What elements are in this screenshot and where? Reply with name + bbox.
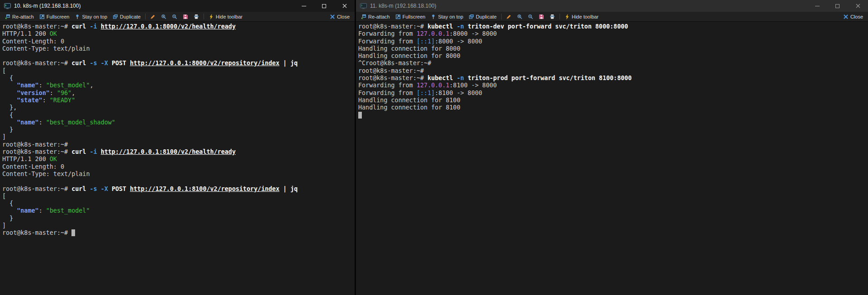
zoom-out-icon bbox=[172, 14, 177, 19]
terminal-text: Content-Type: text/plain bbox=[2, 45, 90, 52]
terminal-text: root@k8s-master:~# bbox=[2, 141, 68, 148]
close-icon bbox=[342, 4, 347, 8]
terminal-output-left[interactable]: root@k8s-master:~# curl -i http://127.0.… bbox=[0, 22, 355, 295]
zoom-out-button[interactable] bbox=[525, 12, 536, 21]
titlebar-right[interactable]: 11. k8s-m (192.168.18.100) bbox=[356, 0, 868, 12]
maximize-button[interactable] bbox=[314, 0, 334, 12]
terminal-line: { bbox=[2, 200, 354, 207]
toolbar-close-button[interactable]: Close bbox=[840, 12, 866, 21]
close-icon bbox=[330, 14, 335, 19]
stay-on-top-button[interactable]: Stay on top bbox=[72, 12, 110, 21]
terminal-text: "best_model_shadow" bbox=[46, 119, 115, 126]
lightning-icon bbox=[209, 14, 214, 19]
reattach-icon bbox=[5, 14, 10, 19]
close-button[interactable] bbox=[848, 0, 868, 12]
duplicate-label: Duplicate bbox=[120, 14, 141, 19]
save-button[interactable] bbox=[536, 12, 547, 21]
toolbar-separator bbox=[501, 14, 502, 19]
terminal-text: Handling connection for 8000 bbox=[358, 45, 460, 52]
edit-button[interactable] bbox=[503, 12, 514, 21]
terminal-line: root@k8s-master:~# curl -i http://127.0.… bbox=[2, 23, 354, 30]
terminal-text: root@k8s-master:~# bbox=[358, 23, 427, 30]
minimize-icon bbox=[815, 6, 820, 6]
duplicate-button[interactable]: Duplicate bbox=[110, 12, 143, 21]
terminal-text: Forwarding from bbox=[358, 38, 417, 45]
terminal-line: root@k8s-master:~# bbox=[2, 141, 354, 148]
terminal-text: Forwarding from bbox=[358, 30, 417, 37]
fullscreen-label: Fullscreen bbox=[403, 14, 426, 19]
terminal-line: HTTP/1.1 200 OK bbox=[2, 156, 354, 163]
terminal-text: curl bbox=[71, 186, 90, 192]
toolbar-close-button[interactable]: Close bbox=[327, 12, 352, 21]
reattach-button[interactable]: Re-attach bbox=[2, 12, 37, 21]
terminal-text: , bbox=[90, 82, 94, 89]
terminal-line: HTTP/1.1 200 OK bbox=[2, 30, 354, 38]
terminal-text: } bbox=[2, 215, 13, 222]
close-icon bbox=[856, 4, 860, 8]
terminal-text: kubectl bbox=[427, 23, 457, 30]
duplicate-button[interactable]: Duplicate bbox=[466, 12, 499, 21]
close-button[interactable] bbox=[334, 0, 355, 12]
save-icon bbox=[183, 14, 188, 19]
printer-icon bbox=[550, 14, 555, 19]
terminal-text: ^Croot@k8s-master:~# bbox=[358, 60, 431, 67]
terminal-output-right[interactable]: root@k8s-master:~# kubectl -n triton-dev… bbox=[356, 22, 868, 295]
stay-on-top-button[interactable]: Stay on top bbox=[428, 12, 466, 21]
terminal-text: root@k8s-master:~# bbox=[358, 75, 427, 81]
toolbar-separator bbox=[145, 14, 146, 19]
edit-button[interactable] bbox=[147, 12, 158, 21]
terminal-text: { bbox=[2, 200, 13, 207]
fullscreen-icon bbox=[395, 14, 401, 19]
terminal-text: HTTP/1.1 200 bbox=[2, 30, 50, 37]
fullscreen-label: Fullscreen bbox=[47, 14, 70, 19]
terminal-text bbox=[2, 207, 17, 214]
terminal-line: Forwarding from 127.0.0.1:8100 -> 8000 bbox=[358, 82, 867, 89]
fullscreen-button[interactable]: Fullscreen bbox=[37, 12, 72, 21]
terminal-text: : bbox=[50, 90, 57, 96]
stay-on-top-label: Stay on top bbox=[438, 14, 463, 19]
titlebar-left[interactable]: 10. k8s-m (192.168.18.100) bbox=[0, 0, 355, 12]
terminal-text: "name" bbox=[17, 119, 38, 126]
terminal-line: Handling connection for 8000 bbox=[358, 52, 867, 60]
terminal-line: root@k8s-master:~# curl -s -X POST http:… bbox=[2, 60, 354, 67]
hide-toolbar-button[interactable]: Hide toolbar bbox=[206, 12, 245, 21]
terminal-line: } bbox=[2, 126, 354, 133]
zoom-out-button[interactable] bbox=[169, 12, 180, 21]
maximize-icon bbox=[835, 4, 840, 8]
terminal-line: root@k8s-master:~# kubectl -n triton-dev… bbox=[358, 23, 867, 30]
zoom-in-button[interactable] bbox=[514, 12, 525, 21]
terminal-text: POST bbox=[112, 186, 130, 192]
terminal-text: Handling connection for 8000 bbox=[358, 52, 460, 59]
print-button[interactable] bbox=[547, 12, 558, 21]
terminal-text: OK bbox=[50, 156, 57, 162]
window-controls bbox=[807, 0, 868, 12]
print-button[interactable] bbox=[191, 12, 202, 21]
terminal-text: :8000 -> 8000 bbox=[435, 38, 482, 45]
terminal-text: ] bbox=[2, 222, 6, 229]
terminal-line: Content-Type: text/plain bbox=[2, 171, 354, 178]
terminal-text: }, bbox=[2, 104, 17, 111]
terminal-text: [::1] bbox=[417, 90, 435, 96]
terminal-line: "state": "READY" bbox=[2, 97, 354, 104]
zoom-in-button[interactable] bbox=[158, 12, 169, 21]
terminal-line: root@k8s-master:~# curl -i http://127.0.… bbox=[2, 148, 354, 156]
minimize-button[interactable] bbox=[807, 0, 827, 12]
lightning-icon bbox=[564, 14, 570, 19]
maximize-button[interactable] bbox=[827, 0, 848, 12]
terminal-line: root@k8s-master:~# bbox=[2, 229, 354, 237]
terminal-text: :8000 -> 8000 bbox=[450, 30, 497, 37]
hide-toolbar-button[interactable]: Hide toolbar bbox=[562, 12, 601, 21]
pencil-icon bbox=[506, 14, 512, 19]
terminal-text: Forwarding from bbox=[358, 90, 417, 96]
save-button[interactable] bbox=[180, 12, 191, 21]
reattach-button[interactable]: Re-attach bbox=[358, 12, 393, 21]
terminal-line: root@k8s-master:~# kubectl -n triton-pro… bbox=[358, 75, 867, 82]
terminal-text: "state" bbox=[17, 97, 42, 104]
terminal-text: [ bbox=[2, 193, 6, 200]
fullscreen-button[interactable]: Fullscreen bbox=[393, 12, 428, 21]
minimize-button[interactable] bbox=[294, 0, 314, 12]
terminal-line: root@k8s-master:~# bbox=[358, 67, 867, 75]
terminal-text: } bbox=[2, 126, 13, 133]
terminal-line: [ bbox=[2, 193, 354, 200]
terminal-text: { bbox=[2, 75, 13, 81]
